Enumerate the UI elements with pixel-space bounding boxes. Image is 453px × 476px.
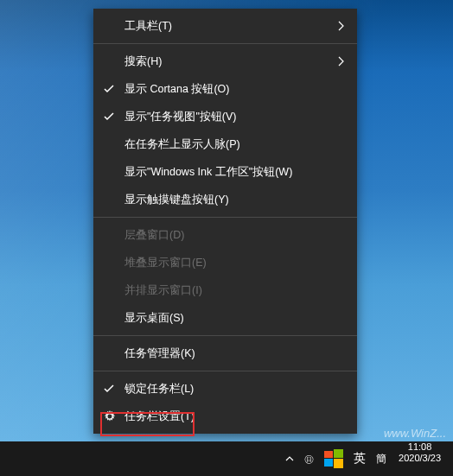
separator	[93, 217, 357, 218]
svg-rect-1	[324, 451, 333, 458]
taskbar[interactable]: ㊐ 英 簡 11:08 2020/3/23	[0, 441, 453, 476]
separator	[93, 335, 357, 336]
menu-label: 搜索(H)	[124, 54, 162, 69]
taskbar-context-menu: 工具栏(T) 搜索(H) 显示 Cortana 按钮(O) 显示"任务视图"按钮…	[93, 9, 357, 434]
check-icon	[104, 111, 114, 122]
menu-label: 堆叠显示窗口(E)	[124, 256, 207, 270]
menu-task-manager[interactable]: 任务管理器(K)	[93, 340, 357, 367]
menu-label: 显示触摸键盘按钮(Y)	[124, 193, 229, 207]
menu-label: 显示 Cortana 按钮(O)	[124, 82, 229, 97]
menu-label: 工具栏(T)	[124, 19, 172, 34]
chevron-right-icon	[338, 56, 345, 67]
svg-point-0	[108, 415, 112, 418]
clock-date: 2020/3/23	[399, 453, 441, 464]
menu-toolbars[interactable]: 工具栏(T)	[93, 12, 357, 40]
menu-label: 并排显示窗口(I)	[124, 283, 202, 298]
menu-label: 显示"Windows Ink 工作区"按钮(W)	[124, 165, 292, 180]
svg-rect-2	[334, 449, 343, 458]
menu-lock-taskbar[interactable]: 锁定任务栏(L)	[93, 375, 357, 403]
menu-cascade-windows: 层叠窗口(D)	[93, 221, 357, 249]
tray-chevron-up[interactable]	[280, 441, 299, 476]
menu-side-by-side-windows: 并排显示窗口(I)	[93, 276, 357, 304]
check-icon	[104, 84, 114, 94]
language-indicator[interactable]: 英	[348, 441, 371, 476]
ime-label: ㊐	[304, 453, 314, 466]
ime-mode-indicator[interactable]: 簡	[371, 441, 392, 476]
menu-label: 显示桌面(S)	[124, 311, 184, 326]
menu-show-ink[interactable]: 显示"Windows Ink 工作区"按钮(W)	[93, 158, 357, 186]
tray-windows-logo[interactable]	[319, 441, 348, 476]
windows-logo-icon	[324, 449, 343, 468]
menu-label: 任务栏设置(T)	[124, 409, 195, 424]
ime-mode-label: 簡	[376, 452, 386, 466]
menu-taskbar-settings[interactable]: 任务栏设置(T)	[93, 403, 357, 430]
svg-rect-3	[324, 459, 333, 466]
menu-label: 在任务栏上显示人脉(P)	[124, 137, 240, 152]
menu-label: 锁定任务栏(L)	[124, 382, 194, 397]
check-icon	[104, 384, 114, 394]
system-clock[interactable]: 11:08 2020/3/23	[392, 441, 448, 476]
menu-show-touch-keyboard[interactable]: 显示触摸键盘按钮(Y)	[93, 186, 357, 213]
gear-icon	[104, 410, 116, 422]
separator	[93, 371, 357, 371]
menu-label: 显示"任务视图"按钮(V)	[124, 110, 237, 124]
menu-label: 层叠窗口(D)	[124, 228, 184, 243]
menu-show-task-view[interactable]: 显示"任务视图"按钮(V)	[93, 103, 357, 130]
menu-show-desktop[interactable]: 显示桌面(S)	[93, 304, 357, 332]
separator	[93, 43, 357, 44]
tray-ime-icon[interactable]: ㊐	[299, 441, 319, 476]
menu-search[interactable]: 搜索(H)	[93, 48, 357, 75]
menu-show-cortana[interactable]: 显示 Cortana 按钮(O)	[93, 75, 357, 103]
chevron-right-icon	[338, 21, 345, 31]
menu-show-people[interactable]: 在任务栏上显示人脉(P)	[93, 130, 357, 158]
lang-label: 英	[354, 451, 366, 466]
menu-stacked-windows: 堆叠显示窗口(E)	[93, 249, 357, 276]
clock-time: 11:08	[408, 441, 432, 453]
menu-label: 任务管理器(K)	[124, 346, 195, 361]
svg-rect-4	[334, 459, 343, 468]
